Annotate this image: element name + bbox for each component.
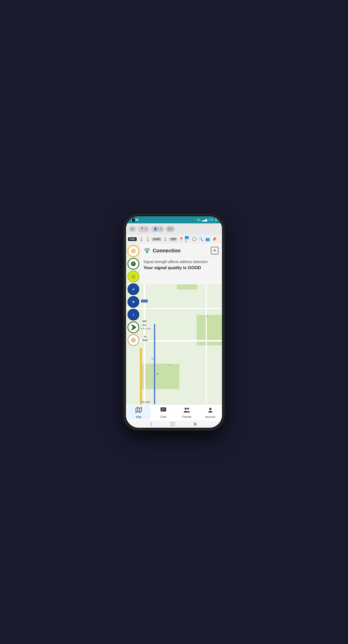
svg-text:i: i [133,313,134,317]
friends-nav-label: Friends [182,415,192,418]
scan-icon: ⊡ [131,227,134,231]
person-icon-3[interactable]: 🚶 [162,236,168,242]
signal-bars: ▂▄▆ [201,219,207,221]
alerts-button[interactable]: 📍 2 [138,226,149,232]
svg-point-1 [133,250,134,252]
scan-button[interactable]: ⊡ [129,226,136,232]
map-label-de: de [151,358,154,360]
collapse-button[interactable] [211,247,218,254]
camera-notch [132,218,135,222]
map-label-nig: NIG [143,320,147,323]
home-back-icon [194,422,197,426]
friends-nav-icon [183,407,190,415]
svg-text:?: ? [132,262,134,266]
map-nav-icon [136,407,142,415]
svg-point-0 [132,249,135,253]
map-container: 15 B-20 BV- NIG ALI RTA–GUIN AL RON M A … [126,244,222,404]
free-badge: FREE [128,237,137,241]
status-bar: 12:48 📍 5G ▂▄▆ 77% 🔋 [126,216,222,223]
account-nav-label: Account [205,415,215,418]
battery-icon: 🔋 [214,219,217,221]
svg-point-9 [132,276,133,277]
add-person-icon: 👤+ [153,227,159,231]
panel-subtitle: Signal strength affects address detectio… [144,260,218,264]
map-nav-label: Map [136,415,141,418]
signal-icon-button[interactable] [128,321,139,333]
nav-map[interactable]: Map [127,405,151,420]
road-badge-b20: B-20 [141,300,148,302]
group-toolbar-icon[interactable]: 👥 [204,236,211,242]
notif-bar: ⊡ 📍 2 👤+ 1 3 • [126,223,222,235]
panel-body: Signal strength affects address detectio… [140,257,222,273]
svg-marker-17 [136,407,141,412]
add-friend-button[interactable]: 👤+ 1 [151,226,164,232]
location-icon: 📍 [193,219,196,221]
panel-title: Connection [144,246,181,255]
info-icon-button[interactable]: i [128,309,139,320]
count-label: 3 [168,227,170,231]
location-toolbar-icon[interactable]: 📌 [211,236,217,242]
question-icon-button[interactable]: ? [128,258,139,270]
message-toolbar-icon[interactable]: 💬 [191,236,197,242]
person-icon-1[interactable]: 🚶 [138,236,144,242]
panel-title-text: Connection [153,248,181,254]
alerts-count: 2 [145,227,147,231]
target-icon-button[interactable] [128,245,139,257]
panel-header: Connection [140,244,222,257]
top-button[interactable]: TOP [169,237,178,241]
smiley-icon-button[interactable] [128,271,139,282]
nav-friends[interactable]: Friends [175,405,199,420]
svg-point-24 [187,408,189,410]
map-label-ali: ALI [143,324,146,326]
toolbar: FREE 🚶 🚶 CHAT 🚶 TOP 📍 👥+ 💬 🔍 👥 📌 [126,235,222,244]
phone-shell: 12:48 📍 5G ▂▄▆ 77% 🔋 ⊡ 📍 2 👤+ 1 [124,215,224,429]
dot-icon: • [171,227,172,231]
map-icons-left: ? [128,244,139,346]
svg-point-8 [131,274,136,279]
map-label-rta: RTA–GUIN [141,328,151,330]
panel-status: Your signal quality is GOOD [144,265,218,270]
connection-signal-icon [144,246,151,255]
home-pill-icon [151,422,151,426]
check-shield-button[interactable] [128,283,139,295]
svg-rect-20 [161,408,166,411]
svg-point-16 [147,252,148,253]
friend-count: 1 [160,227,162,231]
account-nav-icon [207,407,213,415]
map-label-c: C [169,364,171,366]
svg-point-23 [185,408,187,410]
svg-point-10 [134,276,134,277]
map-label-m: M [156,373,159,375]
phone-screen: 12:48 📍 5G ▂▄▆ 77% 🔋 ⊡ 📍 2 👤+ 1 [126,216,222,428]
status-icons: 📍 5G ▂▄▆ 77% 🔋 [193,219,217,221]
connection-panel: Connection Signal strength affects addre… [140,244,222,284]
map-label-a: A [207,315,208,317]
map-green-area-3 [141,364,179,389]
chat-nav-label: Chat [160,415,166,418]
bottom-nav: Map Chat [126,404,222,421]
svg-point-25 [209,408,211,410]
nav-account[interactable]: Account [199,405,222,420]
person-icon-2[interactable]: 🚶 [145,236,151,242]
search-toolbar-icon[interactable]: 🔍 [198,236,204,242]
chat-nav-icon [160,407,166,415]
network-label: 5G [197,219,200,221]
battery-label: 77% [208,219,213,221]
pin-icon: 📍 [140,227,144,231]
chat-button[interactable]: CHAT [151,237,162,241]
heart-shield-button[interactable] [128,296,139,308]
map-label-ron: RON [143,339,148,342]
google-logo: Google [141,401,150,403]
pin-toolbar-icon[interactable]: 📍 [178,236,184,242]
map-label-al: AL [144,335,147,338]
location-ring-button[interactable] [128,334,139,346]
nav-chat[interactable]: Chat [152,405,175,420]
home-indicator [126,421,222,428]
home-square-icon [171,422,175,426]
count-button[interactable]: 3 • [166,226,175,232]
add-person-toolbar-icon[interactable]: 👥+ [185,236,191,242]
